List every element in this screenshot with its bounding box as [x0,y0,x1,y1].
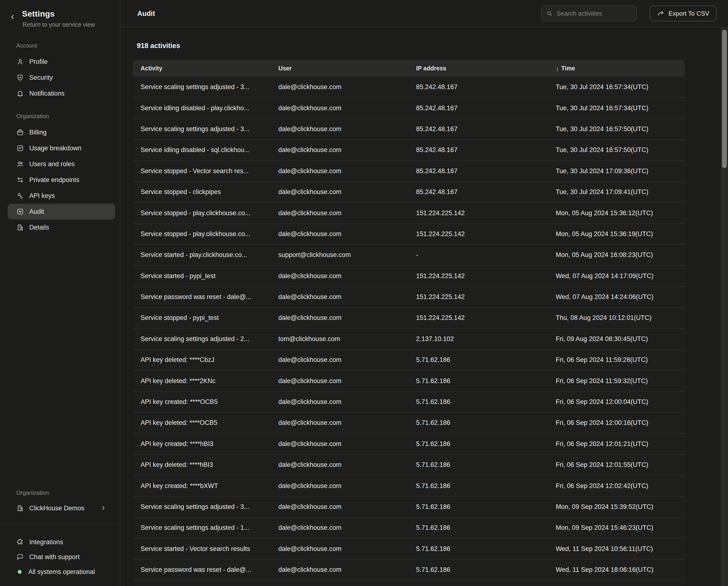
ip-address-cell: 5.71.62.186 [408,398,548,406]
ip-address-cell: 2.137.10.102 [408,335,548,343]
sidebar-item-profile[interactable]: Profile [0,54,120,70]
table-row: Service started - play.clickhouse.co... … [133,245,685,266]
org-switcher-name: ClickHouse Demos [29,505,84,512]
sidebar-item-label: Security [29,74,53,81]
user-cell: dale@clickhouse.com [271,545,408,553]
activity-cell: API key deleted: ****CbzJ [133,356,271,364]
sidebar-item-audit[interactable]: Audit [8,204,115,220]
search-input[interactable] [557,10,631,17]
sidebar-item-private-endpoints[interactable]: Private endpoints [0,172,120,188]
sidebar-item-chat-with-support[interactable]: Chat with support [0,550,120,564]
ip-address-cell: 5.71.62.186 [408,503,548,511]
org-switcher[interactable]: ClickHouse Demos [0,499,120,517]
activity-cell: Service started - play.clickhouse.co... [133,251,271,259]
footer-item-label: Integrations [29,538,63,546]
column-label: IP address [416,65,446,72]
sidebar-item-label: Usage breakdown [29,145,82,152]
ip-address-cell: 85.242.48.167 [408,125,548,133]
keys-icon [16,192,24,200]
scrollbar-track[interactable] [721,28,728,586]
sidebar-item-integrations[interactable]: Integrations [0,535,120,550]
time-cell: Tue, 30 Jul 2024 17:09:41(UTC) [548,188,685,196]
ip-address-cell: 151.224.225.142 [408,314,548,322]
column-header-user[interactable]: User [271,65,408,72]
header-actions: Export To CSV [541,5,717,21]
ip-address-cell: 5.71.62.186 [408,356,548,364]
user-cell: dale@clickhouse.com [271,524,408,532]
time-cell: Wed, 11 Sep 2024 10:56:11(UTC) [548,545,685,553]
activity-cell: Service idling disabled - sql.clickhou..… [133,146,271,154]
activity-cell: Service stopped - play.clickhouse.co... [133,210,271,217]
audit-table-body: Service scaling settings adjusted - 3...… [133,77,685,586]
ip-address-cell: 85.242.48.167 [408,83,548,91]
sidebar-item-label: Private endpoints [29,176,79,184]
ip-address-cell: 151.224.225.142 [408,210,548,217]
activity-cell: Service scaling settings adjusted - 3... [133,83,271,91]
time-cell: Mon, 05 Aug 2024 16:08:23(UTC) [548,251,685,259]
settings-title: Settings [22,9,55,19]
building-icon [16,224,24,231]
column-header-time[interactable]: ↓ Time [548,65,685,72]
ip-address-cell: - [408,251,548,259]
wallet-icon [16,128,24,136]
activity-cell: API key created: ****hBI3 [133,440,271,448]
ip-address-cell: 5.71.62.186 [408,566,548,573]
column-label: Activity [140,65,162,72]
time-cell: Wed, 07 Aug 2024 14:24:06(UTC) [548,293,685,301]
sidebar-item-details[interactable]: Details [0,220,120,235]
sidebar-item-security[interactable]: Security [0,70,120,86]
time-cell: Wed, 07 Aug 2024 14:17:09(UTC) [548,272,685,280]
time-cell: Fri, 09 Aug 2024 08:30:45(UTC) [548,335,685,343]
magnifier-icon [546,10,553,17]
sidebar-item-usage-breakdown[interactable]: Usage breakdown [0,140,120,156]
export-csv-label: Export To CSV [669,10,709,17]
activity-cell: Service password was reset - dale@... [133,293,271,301]
user-cell: support@clickhouse.com [271,251,408,259]
user-cell: dale@clickhouse.com [271,230,408,238]
status-label: All systems operational [28,568,95,576]
sidebar-item-billing[interactable]: Billing [0,124,120,140]
activity-square-icon [16,208,24,215]
user-cell: dale@clickhouse.com [271,356,408,364]
scrollbar-thumb[interactable] [722,30,727,168]
activity-cell: Service scaling settings adjusted - 2... [133,335,271,343]
sidebar-item-label: Notifications [29,90,64,97]
sidebar-item-notifications[interactable]: Notifications [0,86,120,101]
activity-cell: Service stopped - play.clickhouse.co... [133,230,271,238]
table-row: API key deleted: ****OCB5 dale@clickhous… [133,413,685,434]
export-csv-button[interactable]: Export To CSV [650,5,717,21]
puzzle-icon [16,538,24,546]
activity-cell: Service started - Vector search results [133,545,271,553]
page-title: Audit [137,9,155,18]
table-row: Service stopped - observability-demo dal… [133,581,685,586]
user-cell: tom@clickhouse.com [271,335,408,343]
sidebar-item-api-keys[interactable]: API keys [0,188,120,204]
sidebar-item-label: Details [29,224,49,231]
sidebar-footer: Organization ClickHouse Demos Integratio… [0,489,120,586]
table-row: Service stopped - Vector search res... d… [133,161,685,182]
column-header-activity[interactable]: Activity [133,65,271,72]
table-row: API key created: ****OCB5 dale@clickhous… [133,392,685,413]
time-cell: Fri, 06 Sep 2024 12:02:42(UTC) [548,482,685,490]
sort-desc-icon: ↓ [556,65,559,72]
chevron-right-icon [100,505,107,511]
back-button[interactable] [8,13,17,23]
column-header-ip-address[interactable]: IP address [408,65,548,72]
building-icon [16,504,24,512]
chevron-left-icon [9,15,16,22]
table-row: Service idling disabled - sql.clickhou..… [133,140,685,161]
table-row: Service password was reset - dale@... da… [133,560,685,581]
table-row: Service scaling settings adjusted - 3...… [133,119,685,140]
shield-check-icon [16,74,24,81]
activity-cell: Service stopped - pypi_test [133,314,271,322]
sidebar-item-users-and-roles[interactable]: Users and roles [0,156,120,172]
system-status-link[interactable]: All systems operational [0,564,120,579]
user-cell: dale@clickhouse.com [271,167,408,175]
user-cell: dale@clickhouse.com [271,503,408,511]
activity-cell: Service started - pypi_test [133,272,271,280]
audit-table: Activity User IP address ↓ Time Service … [133,59,685,586]
time-cell: Fri, 06 Sep 2024 12:00:16(UTC) [548,419,685,426]
table-row: Service scaling settings adjusted - 1...… [133,517,685,538]
time-cell: Wed, 11 Sep 2024 18:06:16(UTC) [548,566,685,573]
ip-address-cell: 151.224.225.142 [408,230,548,238]
